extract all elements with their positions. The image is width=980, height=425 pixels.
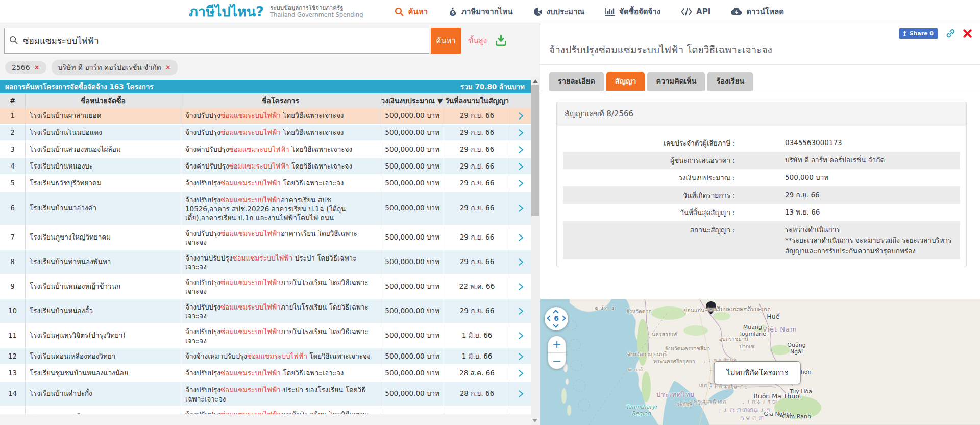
row-unit: โรงเรียนบ้านหนองบะ [26, 158, 181, 175]
row-chevron-icon[interactable] [510, 275, 531, 299]
row-chevron-icon[interactable] [510, 382, 531, 407]
row-number: 9 [0, 275, 26, 299]
table-row[interactable]: 3 โรงเรียนบ้านสวองหนองไผ่ล้อม จ้างค่าปรั… [0, 141, 531, 158]
table-row[interactable]: 5 โรงเรียนธวัชบุรีวิทยาคม จ้างปรับปรุงซ่… [0, 175, 531, 192]
table-row[interactable]: 8 โรงเรียนบ้านท่าหนองพันทา จ้างงานปรับปร… [0, 250, 531, 275]
row-chevron-icon[interactable] [510, 192, 531, 226]
table-row[interactable]: 1 โรงเรียนบ้านผาสามยอด จ้างปรับปรุงซ่อมแ… [0, 108, 531, 125]
field-label: วงเงินงบประมาณ : [563, 169, 739, 186]
nav-api[interactable]: API [681, 7, 710, 16]
logo-title: ภาษีไปไหน? [189, 1, 264, 22]
cloud-download-icon [731, 7, 742, 16]
row-chevron-icon[interactable] [510, 226, 531, 250]
row-chevron-icon[interactable] [510, 365, 531, 382]
zoom-out-button[interactable]: − [548, 353, 566, 369]
table-row[interactable]: 4 โรงเรียนบ้านหนองบะ จ้างค่าปรับปรุงซ่อม… [0, 158, 531, 175]
table-row[interactable]: 2 โรงเรียนบ้านโนนปอแดง จ้างปรับปรุงซ่อมแ… [0, 125, 531, 141]
col-amount-sort[interactable]: วงเงินงบประมาณ ▼ [380, 93, 444, 108]
table-row[interactable]: 11 โรงเรียนสุนทรวิจิตร(บำรุงวิทยา) จ้างป… [0, 324, 531, 348]
table-row[interactable]: 15 โรงเรียนบ้านวังถ้ำ จ้างปรับปรุงซ่อมแซ… [0, 407, 531, 414]
row-unit: โรงเรียนบ้านนาอ่างคำ [26, 192, 181, 226]
row-project: จ้างปรับปรุงซ่อมแซมระบบไฟฟ้า โดยวิธีเฉพา… [181, 365, 380, 382]
search-box [4, 28, 429, 54]
table-scrollbar[interactable] [531, 77, 540, 425]
row-amount: 500,000.00 บาท [380, 226, 444, 250]
row-date: 29 ก.ย. 66 [444, 192, 510, 226]
table-row[interactable]: 14 โรงเรียนบ้านคำปะกั้ง จ้างปรับปรุงซ่อม… [0, 382, 531, 407]
row-number: 2 [0, 125, 26, 141]
col-sign-date: วันที่ลงนามในสัญญา [444, 93, 510, 108]
filter-tag-company[interactable]: บริษัท ดี อาร์ท คอร์ปอเรชั่น จำกัด ✕ [52, 60, 178, 75]
field-label: ผู้ชนะการเสนอราคา : [563, 152, 739, 169]
location-map[interactable]: ရန်ကုန်จังหวัดตากขอนแก่นສະຫວັນນະເຂດສະຫວັ… [540, 299, 980, 425]
row-project: จ้างปรับปรุงซ่อมแซมระบบไฟฟ้าภายในโรงเรีย… [181, 324, 380, 348]
remove-tag-icon[interactable]: ✕ [165, 64, 171, 72]
row-chevron-icon[interactable] [510, 407, 531, 414]
row-unit: โรงเรียนบ้านหนองหญ้าข้าวนก [26, 275, 181, 299]
field-value: 500,000 บาท [739, 169, 960, 186]
filter-tag-year[interactable]: 2566 ✕ [5, 61, 46, 74]
row-chevron-icon[interactable] [510, 158, 531, 175]
row-project: จ้างจ้างเหมาปรับปรุงซ่อมแซมระบบไฟฟ้า โดย… [181, 348, 380, 365]
row-unit: โรงเรียนบ้านโนนปอแดง [26, 125, 181, 141]
detail-tab[interactable]: ความคิดเห็น [647, 72, 705, 91]
facebook-icon: f [903, 30, 906, 37]
field-label: วันที่สิ้นสุดสัญญา : [563, 204, 739, 221]
scroll-down-button[interactable] [532, 419, 537, 422]
row-date: 29 ก.ย. 66 [444, 158, 510, 175]
close-panel-icon[interactable] [963, 29, 972, 38]
search-results-panel: ค้นหา ขั้นสูง 2566 ✕ บริษัท ดี อาร์ท คอร… [0, 23, 540, 425]
table-row[interactable]: 13 โรงเรียนชุมชนบ้านหนองแวงน้อย จ้างปรับ… [0, 365, 531, 382]
row-chevron-icon[interactable] [510, 108, 531, 125]
row-date: 29 ก.ย. 66 [444, 108, 510, 125]
map-zoom-level: 6 [545, 314, 568, 322]
results-total: รวม 70.80 ล้านบาท [460, 81, 525, 92]
row-project: จ้างปรับปรุงซ่อมแซมระบบไฟฟ้า-ประปา ของโร… [181, 382, 380, 407]
detail-tab[interactable]: สัญญา [606, 72, 645, 91]
row-amount: 500,000.00 บาท [380, 250, 444, 275]
row-chevron-icon[interactable] [510, 141, 531, 158]
nav-search[interactable]: ค้นหา [395, 6, 428, 18]
scroll-up-button[interactable] [531, 77, 540, 85]
row-chevron-icon[interactable] [510, 125, 531, 141]
table-row[interactable]: 9 โรงเรียนบ้านหนองหญ้าข้าวนก จ้างปรับปรุ… [0, 275, 531, 299]
table-row[interactable]: 6 โรงเรียนบ้านนาอ่างคำ จ้างปรับปรุงซ่อมแ… [0, 192, 531, 226]
detail-tab[interactable]: ร้องเรียน [707, 72, 753, 91]
pan-down-icon[interactable] [553, 322, 558, 327]
advanced-search-link[interactable]: ขั้นสูง [468, 35, 487, 47]
row-project: จ้างปรับปรุงซ่อมแซมระบบไฟฟ้าภายในโรงเรีย… [181, 275, 380, 299]
table-row[interactable]: 7 โรงเรียนภูซางใหญ่วิทยาคม จ้างปรับปรุงซ… [0, 226, 531, 250]
zoom-in-button[interactable]: + [548, 336, 566, 353]
search-input-icon [9, 36, 18, 44]
row-chevron-icon[interactable] [510, 299, 531, 324]
map-pan-control[interactable]: 6 [545, 307, 568, 330]
detail-tab[interactable]: รายละเอียด [549, 72, 604, 91]
nav-procurement[interactable]: จัดซื้อจัดจ้าง [605, 6, 660, 18]
field-value: ระหว่างดำเนินการ**ระยะเวลาดำเนินการ จะหม… [739, 221, 960, 259]
facebook-share-button[interactable]: f Share 0 [899, 28, 938, 39]
remove-tag-icon[interactable]: ✕ [34, 64, 40, 72]
field-value: บริษัท ดี อาร์ท คอร์ปอเรชั่น จำกัด [739, 152, 960, 169]
logo[interactable]: ภาษีไปไหน? ระบบข้อมูลการใช้จ่ายภาครัฐ Th… [189, 1, 363, 22]
row-date: 29 ก.ย. 66 [444, 226, 510, 250]
row-amount: 500,000.00 บาท [380, 299, 444, 324]
results-title: ผลการค้นหาโครงการจัดซื้อจัดจ้าง 163 โครง… [5, 81, 153, 92]
nav-download[interactable]: ดาวน์โหลด [731, 6, 784, 18]
search-button[interactable]: ค้นหา [431, 28, 461, 54]
scrollbar-thumb[interactable] [531, 85, 539, 216]
table-row[interactable]: 10 โรงเรียนบ้านหนองอั้ว จ้างปรับปรุงซ่อม… [0, 299, 531, 324]
contract-field: สถานะสัญญา : ระหว่างดำเนินการ**ระยะเวลาด… [563, 221, 960, 259]
row-chevron-icon[interactable] [510, 348, 531, 365]
download-results-icon[interactable] [494, 34, 508, 48]
nav-where-taxes-from[interactable]: $ ภาษีมาจากไหน [448, 6, 513, 18]
row-chevron-icon[interactable] [510, 175, 531, 192]
nav-budget[interactable]: งบประมาณ [533, 6, 585, 18]
svg-text:$: $ [451, 11, 454, 15]
search-input[interactable] [4, 28, 429, 54]
row-chevron-icon[interactable] [510, 250, 531, 275]
row-unit: โรงเรียนบ้านท่าหนองพันทา [26, 250, 181, 275]
permalink-icon[interactable] [946, 29, 955, 38]
row-date: 29 ก.ย. 66 [444, 175, 510, 192]
table-row[interactable]: 12 โรงเรียนดอนเหลืองทองวิทยา จ้างจ้างเหม… [0, 348, 531, 365]
row-chevron-icon[interactable] [510, 324, 531, 348]
